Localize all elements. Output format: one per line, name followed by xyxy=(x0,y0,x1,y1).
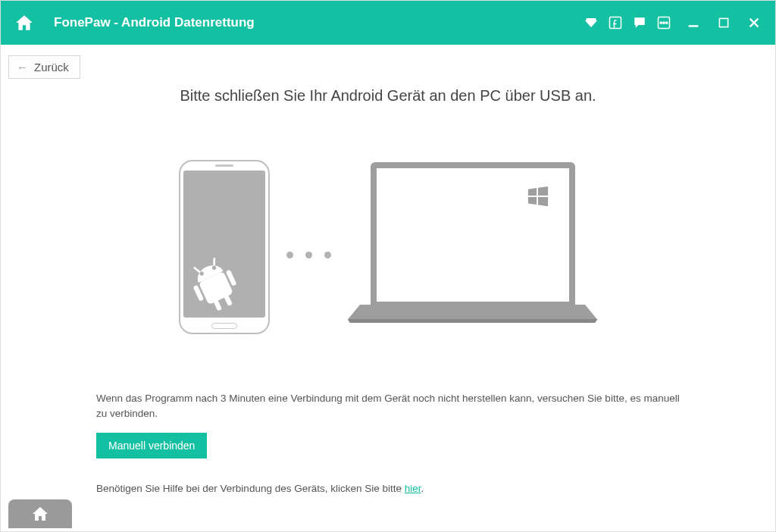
svg-point-3 xyxy=(663,22,665,23)
svg-line-11 xyxy=(211,258,216,264)
help-link[interactable]: hier xyxy=(405,483,421,494)
app-title: FonePaw - Android Datenrettung xyxy=(54,15,584,30)
arrow-left-icon: ← xyxy=(17,61,28,74)
manual-connect-button[interactable]: Manuell verbinden xyxy=(96,433,207,458)
svg-rect-14 xyxy=(213,299,222,311)
svg-rect-5 xyxy=(689,25,699,27)
close-button[interactable] xyxy=(746,15,762,30)
connection-dots xyxy=(286,252,331,258)
help-prefix: Benötigen Sie Hilfe bei der Verbindung d… xyxy=(96,483,405,494)
footer-home-button[interactable] xyxy=(8,499,72,528)
svg-point-2 xyxy=(660,22,662,23)
phone-illustration xyxy=(179,160,270,334)
windows-icon xyxy=(527,185,549,208)
titlebar-right-icons xyxy=(584,15,762,30)
svg-rect-0 xyxy=(610,17,621,29)
page-heading: Bitte schließen Sie Ihr Android Gerät an… xyxy=(180,87,596,105)
svg-rect-15 xyxy=(224,294,233,306)
titlebar: FonePaw - Android Datenrettung xyxy=(1,1,775,45)
android-icon xyxy=(183,243,250,318)
main-content: Bitte schließen Sie Ihr Android Gerät an… xyxy=(1,77,775,486)
maximize-button[interactable] xyxy=(716,15,731,30)
laptop-illustration xyxy=(348,162,598,336)
help-line: Benötigen Sie Hilfe bei der Verbindung d… xyxy=(96,481,680,496)
svg-point-4 xyxy=(666,22,668,23)
facebook-icon[interactable] xyxy=(609,16,622,30)
home-icon xyxy=(31,505,49,523)
connection-illustration xyxy=(179,158,598,336)
info-block: Wenn das Programm nach 3 Minuten eine Ve… xyxy=(96,391,680,496)
help-suffix: . xyxy=(421,483,424,494)
back-button[interactable]: ← Zurück xyxy=(8,55,80,79)
home-icon[interactable] xyxy=(14,13,34,33)
info-text: Wenn das Programm nach 3 Minuten eine Ve… xyxy=(96,391,680,422)
more-icon[interactable] xyxy=(657,16,671,30)
svg-line-10 xyxy=(194,267,199,273)
back-label: Zurück xyxy=(34,61,69,74)
svg-rect-6 xyxy=(719,18,728,27)
diamond-icon[interactable] xyxy=(584,16,598,30)
minimize-button[interactable] xyxy=(686,15,701,30)
feedback-icon[interactable] xyxy=(633,16,646,30)
